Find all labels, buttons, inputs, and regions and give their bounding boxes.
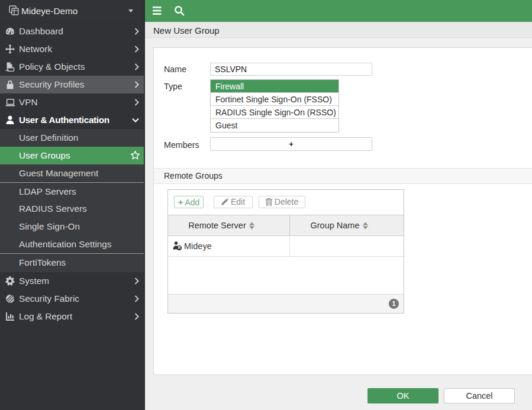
svg-text:R: R bbox=[178, 246, 181, 250]
